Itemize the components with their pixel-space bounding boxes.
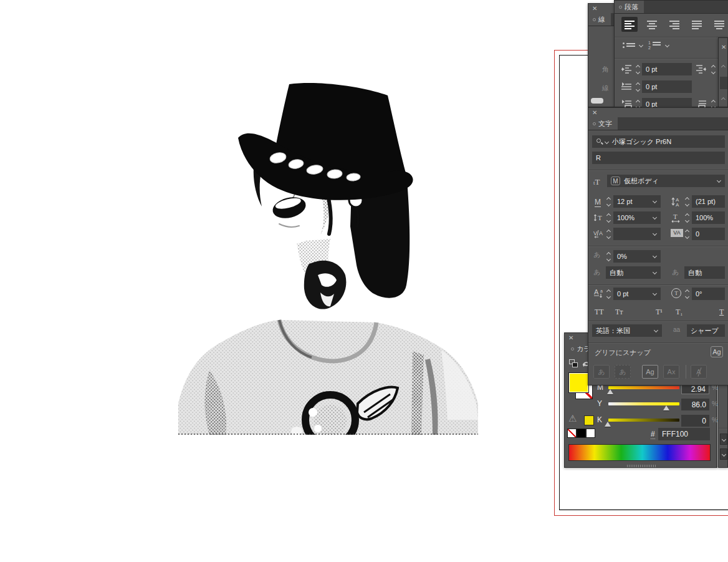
color-spectrum-bar[interactable]	[568, 444, 711, 461]
superscript-button[interactable]: T¹	[656, 308, 663, 317]
char-rotation-field[interactable]: 0°	[692, 288, 725, 300]
numbered-list-chevron-icon[interactable]	[665, 43, 669, 47]
tab-character[interactable]: 文字	[588, 117, 618, 130]
vertical-scale-spinner[interactable]	[605, 211, 612, 224]
snap-xheight-button[interactable]: Ax	[663, 365, 679, 379]
kerning-dropdown[interactable]	[613, 228, 661, 240]
font-size-spinner[interactable]	[605, 195, 612, 208]
snap-glyph-badge[interactable]: Ag	[711, 346, 723, 357]
snap-angle-button[interactable]: A	[691, 365, 707, 379]
gamut-swatch[interactable]	[584, 415, 594, 425]
close-icon[interactable]: ✕	[592, 4, 597, 12]
left-indent-field[interactable]: 0 pt	[642, 63, 692, 75]
slider-m-track[interactable]	[608, 386, 679, 389]
tab-stroke-label: 線	[598, 15, 605, 24]
all-caps-button[interactable]: TT	[595, 308, 604, 317]
strip-field-fragment	[720, 77, 727, 89]
docked-panel-strip-bottom[interactable]	[718, 380, 728, 468]
tab-character-label: 文字	[598, 119, 612, 128]
hex-field[interactable]: FFF100	[658, 428, 710, 440]
bullet-list-button[interactable]	[623, 42, 635, 48]
tracking-spinner[interactable]	[683, 228, 691, 240]
bullet-list-chevron-icon[interactable]	[639, 43, 643, 47]
close-icon[interactable]: ✕	[721, 43, 726, 51]
left-indent-spinner[interactable]	[634, 63, 641, 75]
strip-expand-button[interactable]	[720, 434, 727, 445]
small-caps-button[interactable]: Tᴛ	[615, 308, 623, 317]
slider-y-thumb[interactable]	[663, 405, 669, 410]
slider-y-label: Y	[597, 399, 602, 408]
horizontal-scale-field[interactable]: 100%	[692, 211, 725, 224]
svg-text:T: T	[673, 213, 678, 220]
virtual-body-dropdown[interactable]: M 仮想ボディ	[607, 175, 725, 187]
antialias-dropdown[interactable]: シャープ	[687, 324, 725, 337]
panel-state-icon	[571, 347, 574, 351]
font-family-field[interactable]: 小塚ゴシック Pr6N	[592, 135, 725, 148]
underline-button[interactable]: T	[719, 308, 724, 317]
tsume-dropdown[interactable]: 0%	[613, 250, 661, 263]
left-indent-icon	[621, 64, 632, 74]
slider-k-thumb[interactable]	[605, 422, 611, 427]
char-rotation-spinner[interactable]	[683, 288, 691, 300]
snap-spacing-button[interactable]: あ	[615, 365, 631, 379]
subscript-button[interactable]: T₁	[676, 308, 683, 317]
white-swatch[interactable]	[586, 429, 595, 438]
tab-paragraph[interactable]: 段落	[615, 1, 644, 13]
character-panel[interactable]: ✕ 文字 小塚ゴシック Pr6N R tT M 仮想ボディ M 12 pt AA…	[588, 107, 728, 385]
slider-k-track[interactable]	[608, 419, 679, 422]
first-line-indent-icon	[621, 82, 632, 92]
numbered-list-button[interactable]: 1 2	[649, 41, 661, 47]
snap-baseline-button[interactable]: Ag	[642, 365, 658, 379]
baseline-shift-spinner[interactable]	[605, 288, 612, 300]
right-indent-icon	[696, 64, 707, 74]
leading-field[interactable]: (21 pt)	[692, 195, 725, 208]
justify-last-left-button[interactable]	[689, 17, 705, 32]
antialias-icon: aa	[673, 326, 680, 333]
black-swatch[interactable]	[577, 429, 586, 438]
slider-y-value[interactable]: 86.0	[681, 399, 709, 410]
stroke-profile-icon[interactable]	[591, 98, 603, 104]
align-right-button[interactable]	[666, 17, 682, 32]
align-left-button[interactable]	[621, 17, 638, 32]
kerning-icon: VA	[593, 229, 605, 239]
align-center-button[interactable]	[644, 17, 660, 32]
horizontal-scale-icon: T	[671, 212, 682, 223]
slider-m-thumb[interactable]	[607, 389, 613, 394]
first-line-indent-spinner[interactable]	[634, 80, 641, 93]
font-size-dropdown[interactable]: 12 pt	[613, 195, 661, 208]
aki-after-dropdown[interactable]: 自動	[684, 266, 725, 279]
first-line-indent-field[interactable]: 0 pt	[642, 80, 692, 93]
svg-text:A: A	[676, 202, 679, 207]
svg-text:a: a	[600, 289, 603, 293]
tsume-icon: あ	[593, 251, 600, 258]
horizontal-scale-spinner[interactable]	[683, 211, 691, 224]
none-swatch[interactable]	[567, 429, 577, 438]
baseline-shift-dropdown[interactable]: 0 pt	[613, 288, 661, 300]
close-icon[interactable]: ✕	[568, 334, 573, 342]
fill-swatch[interactable]	[569, 373, 588, 392]
paragraph-panel[interactable]: 段落 1 2 0 pt 0 pt	[614, 0, 728, 107]
panel-resize-handle[interactable]	[627, 465, 656, 467]
close-icon[interactable]: ✕	[592, 109, 597, 117]
tab-stroke[interactable]: 線	[588, 13, 611, 26]
snap-emspace-button[interactable]: あ	[593, 365, 610, 379]
tracking-field[interactable]: 0	[692, 228, 725, 240]
language-dropdown[interactable]: 英語：米国	[592, 324, 662, 337]
docked-panel-strip-top[interactable]: ✕	[718, 37, 728, 107]
aki-before-icon: あ	[593, 269, 600, 276]
gamut-warning-icon[interactable]: ⚠	[568, 413, 577, 424]
kerning-spinner[interactable]	[605, 228, 612, 240]
svg-text:A: A	[599, 230, 603, 236]
tsume-spinner[interactable]	[605, 250, 612, 263]
space-before-icon	[621, 99, 632, 108]
aki-before-dropdown[interactable]: 自動	[606, 266, 661, 279]
panel-state-icon	[593, 18, 596, 21]
vertical-scale-dropdown[interactable]: 100%	[613, 211, 661, 224]
leading-spinner[interactable]	[683, 195, 691, 208]
strip-expand-button[interactable]	[720, 448, 727, 460]
slider-k-value[interactable]: 0	[681, 415, 709, 427]
font-style-field[interactable]: R	[592, 152, 725, 164]
justify-last-center-button[interactable]	[711, 17, 727, 32]
placed-image[interactable]	[173, 78, 482, 437]
right-indent-spinner[interactable]	[709, 63, 717, 75]
